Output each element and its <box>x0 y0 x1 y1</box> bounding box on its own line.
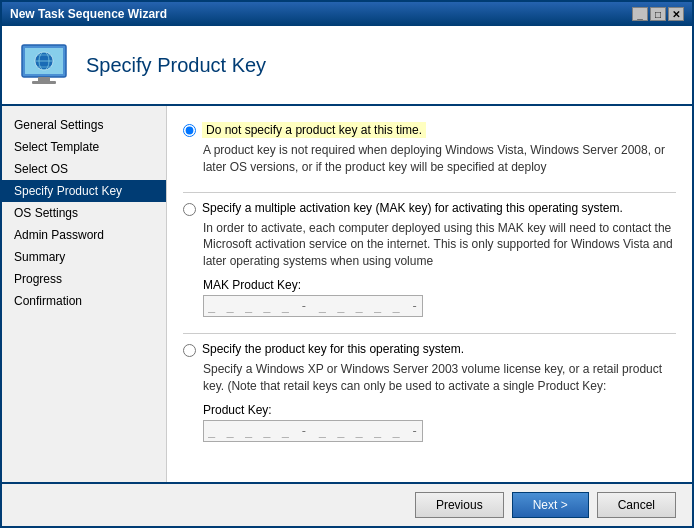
sidebar-item-confirmation[interactable]: Confirmation <box>2 290 166 312</box>
sidebar-item-admin-password[interactable]: Admin Password <box>2 224 166 246</box>
content-area: Do not specify a product key at this tim… <box>167 106 692 482</box>
option1-row: Do not specify a product key at this tim… <box>183 122 676 138</box>
mak-key-label: MAK Product Key: <box>203 278 676 292</box>
sidebar-item-select-template[interactable]: Select Template <box>2 136 166 158</box>
header-icon <box>18 39 70 91</box>
option2-radio[interactable] <box>183 203 196 216</box>
maximize-button[interactable]: □ <box>650 7 666 21</box>
option1-description: A product key is not required when deplo… <box>203 142 676 176</box>
sidebar-item-progress[interactable]: Progress <box>2 268 166 290</box>
sidebar-item-general-settings[interactable]: General Settings <box>2 114 166 136</box>
sidebar-item-os-settings[interactable]: OS Settings <box>2 202 166 224</box>
option3-description: Specify a Windows XP or Windows Server 2… <box>203 361 676 395</box>
option3-radio[interactable] <box>183 344 196 357</box>
sidebar: General Settings Select Template Select … <box>2 106 167 482</box>
next-button[interactable]: Next > <box>512 492 589 518</box>
divider2 <box>183 333 676 334</box>
title-bar-buttons: _ □ ✕ <box>632 7 684 21</box>
svg-rect-2 <box>38 77 50 81</box>
option2-row: Specify a multiple activation key (MAK k… <box>183 201 676 216</box>
main-area: General Settings Select Template Select … <box>2 106 692 482</box>
title-bar-title: New Task Sequence Wizard <box>10 7 167 21</box>
sidebar-item-specify-product-key[interactable]: Specify Product Key <box>2 180 166 202</box>
svg-rect-3 <box>32 81 56 84</box>
divider1 <box>183 192 676 193</box>
option2-block: Specify a multiple activation key (MAK k… <box>183 201 676 317</box>
main-window: New Task Sequence Wizard _ □ ✕ <box>0 0 694 528</box>
title-bar-text: New Task Sequence Wizard <box>10 7 167 21</box>
minimize-button[interactable]: _ <box>632 7 648 21</box>
cancel-button[interactable]: Cancel <box>597 492 676 518</box>
previous-button[interactable]: Previous <box>415 492 504 518</box>
option3-block: Specify the product key for this operati… <box>183 342 676 442</box>
title-bar: New Task Sequence Wizard _ □ ✕ <box>2 2 692 26</box>
wizard-header: Specify Product Key <box>2 26 692 106</box>
close-button[interactable]: ✕ <box>668 7 684 21</box>
option2-description: In order to activate, each computer depl… <box>203 220 676 270</box>
product-key-input[interactable] <box>203 420 423 442</box>
sidebar-item-select-os[interactable]: Select OS <box>2 158 166 180</box>
option1-block: Do not specify a product key at this tim… <box>183 122 676 176</box>
option1-radio[interactable] <box>183 124 196 137</box>
mak-key-input[interactable] <box>203 295 423 317</box>
product-key-label: Product Key: <box>203 403 676 417</box>
option3-label[interactable]: Specify the product key for this operati… <box>202 342 464 356</box>
option1-label[interactable]: Do not specify a product key at this tim… <box>202 122 426 138</box>
sidebar-item-summary[interactable]: Summary <box>2 246 166 268</box>
option3-row: Specify the product key for this operati… <box>183 342 676 357</box>
page-title: Specify Product Key <box>86 54 266 77</box>
wizard-footer: Previous Next > Cancel <box>2 482 692 526</box>
option2-label[interactable]: Specify a multiple activation key (MAK k… <box>202 201 623 215</box>
